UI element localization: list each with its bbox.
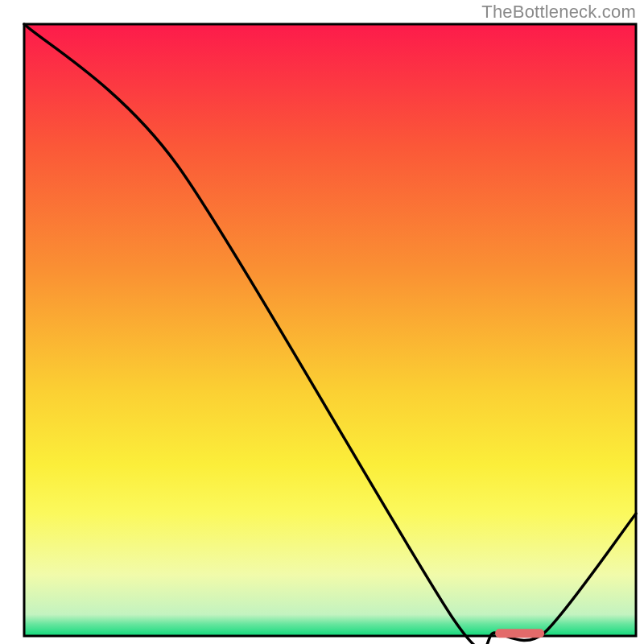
chart-svg: [0, 0, 644, 644]
chart-container: TheBottleneck.com: [0, 0, 644, 644]
plot-background: [24, 24, 636, 636]
minimum-marker: [495, 629, 544, 638]
